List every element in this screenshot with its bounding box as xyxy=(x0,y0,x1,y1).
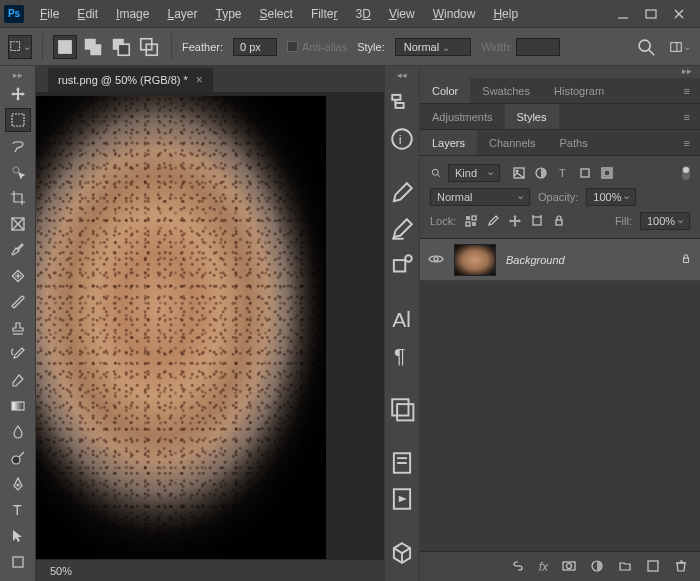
link-layers-icon[interactable] xyxy=(511,559,525,575)
menu-view[interactable]: View xyxy=(381,3,423,25)
fill-input[interactable]: 100% xyxy=(640,212,690,230)
selection-add-icon[interactable] xyxy=(81,35,105,59)
workspace-switcher-icon[interactable]: ⌄ xyxy=(668,35,692,59)
move-tool[interactable] xyxy=(5,82,31,106)
menu-file[interactable]: File xyxy=(32,3,67,25)
panel-menu-icon[interactable]: ≡ xyxy=(674,111,700,123)
tab-paths[interactable]: Paths xyxy=(548,130,600,155)
new-layer-icon[interactable] xyxy=(646,559,660,575)
brush-settings-panel-icon[interactable] xyxy=(389,216,415,242)
layer-list[interactable]: Background xyxy=(420,239,700,551)
properties-panel-icon[interactable]: i xyxy=(389,126,415,152)
dodge-tool[interactable] xyxy=(5,446,31,470)
menu-layer[interactable]: Layer xyxy=(159,3,205,25)
strip-expand[interactable]: ◂◂ xyxy=(385,70,419,80)
lasso-tool[interactable] xyxy=(5,134,31,158)
selection-intersect-icon[interactable] xyxy=(137,35,161,59)
tab-channels[interactable]: Channels xyxy=(477,130,547,155)
3d-panel-icon[interactable] xyxy=(389,540,415,566)
document-tab[interactable]: rust.png @ 50% (RGB/8) * × xyxy=(48,68,213,92)
maximize-button[interactable] xyxy=(644,7,658,21)
panel-menu-icon[interactable]: ≡ xyxy=(674,137,700,149)
group-icon[interactable] xyxy=(618,559,632,575)
style-select[interactable]: Normal ⌄ xyxy=(395,38,472,56)
menu-help[interactable]: Help xyxy=(485,3,526,25)
tab-styles[interactable]: Styles xyxy=(505,104,559,129)
tab-adjustments[interactable]: Adjustments xyxy=(420,104,505,129)
paragraph-panel-icon[interactable]: ¶ xyxy=(389,342,415,368)
panel-group-1-tabs: Color Swatches Histogram ≡ xyxy=(420,78,700,104)
layer-style-icon[interactable]: fx xyxy=(539,560,548,574)
filter-adjust-icon[interactable] xyxy=(534,166,548,180)
tool-preset-picker[interactable]: ⌄ xyxy=(8,35,32,59)
history-brush-tool[interactable] xyxy=(5,342,31,366)
filter-smart-icon[interactable] xyxy=(600,166,614,180)
search-icon[interactable] xyxy=(634,35,658,59)
close-button[interactable] xyxy=(672,7,686,21)
selection-subtract-icon[interactable] xyxy=(109,35,133,59)
tab-layers[interactable]: Layers xyxy=(420,130,477,155)
layer-name[interactable]: Background xyxy=(506,254,670,266)
layer-comps-panel-icon[interactable] xyxy=(389,396,415,422)
lock-position-icon[interactable] xyxy=(508,214,522,228)
path-select-tool[interactable] xyxy=(5,524,31,548)
lock-all-icon[interactable] xyxy=(552,214,566,228)
toolbar-expand[interactable]: ▸▸ xyxy=(0,70,35,80)
marquee-tool[interactable] xyxy=(5,108,31,132)
menu-3d[interactable]: 3D xyxy=(348,3,379,25)
zoom-level[interactable]: 50% xyxy=(50,565,72,577)
adjustment-layer-icon[interactable] xyxy=(590,559,604,575)
blend-mode-select[interactable]: Normal xyxy=(430,188,530,206)
gradient-tool[interactable] xyxy=(5,394,31,418)
opacity-input[interactable]: 100% xyxy=(586,188,636,206)
notes-panel-icon[interactable] xyxy=(389,450,415,476)
minimize-button[interactable] xyxy=(616,7,630,21)
menu-filter[interactable]: Filter xyxy=(303,3,346,25)
stamp-tool[interactable] xyxy=(5,316,31,340)
close-icon[interactable]: × xyxy=(196,73,203,87)
eyedropper-tool[interactable] xyxy=(5,238,31,262)
blur-tool[interactable] xyxy=(5,420,31,444)
filter-pixel-icon[interactable] xyxy=(512,166,526,180)
panel-menu-icon[interactable]: ≡ xyxy=(674,85,700,97)
shape-tool[interactable] xyxy=(5,550,31,574)
healing-tool[interactable] xyxy=(5,264,31,288)
clone-panel-icon[interactable] xyxy=(389,252,415,278)
layer-filter-select[interactable]: Kind xyxy=(448,164,500,182)
menu-window[interactable]: Window xyxy=(425,3,484,25)
menu-image[interactable]: Image xyxy=(108,3,157,25)
selection-new-icon[interactable] xyxy=(53,35,77,59)
lock-pixels-icon[interactable] xyxy=(464,214,478,228)
filter-type-icon[interactable]: T xyxy=(556,166,570,180)
lock-brush-icon[interactable] xyxy=(486,214,500,228)
brush-tool[interactable] xyxy=(5,290,31,314)
canvas-viewport[interactable] xyxy=(36,92,384,559)
history-panel-icon[interactable] xyxy=(389,90,415,116)
eraser-tool[interactable] xyxy=(5,368,31,392)
tab-histogram[interactable]: Histogram xyxy=(542,78,616,103)
filter-toggle[interactable] xyxy=(682,166,690,180)
crop-tool[interactable] xyxy=(5,186,31,210)
lock-icon[interactable] xyxy=(680,253,692,267)
layer-mask-icon[interactable] xyxy=(562,559,576,575)
menu-edit[interactable]: Edit xyxy=(69,3,106,25)
panels-collapse[interactable]: ▸▸ xyxy=(420,66,700,78)
menu-select[interactable]: Select xyxy=(252,3,301,25)
quick-select-tool[interactable] xyxy=(5,160,31,184)
lock-artboard-icon[interactable] xyxy=(530,214,544,228)
feather-input[interactable] xyxy=(233,38,277,56)
tab-color[interactable]: Color xyxy=(420,78,470,103)
type-tool[interactable]: T xyxy=(5,498,31,522)
character-panel-icon[interactable]: A xyxy=(389,306,415,332)
pen-tool[interactable] xyxy=(5,472,31,496)
actions-panel-icon[interactable] xyxy=(389,486,415,512)
layer-item[interactable]: Background xyxy=(420,239,700,281)
brushes-panel-icon[interactable] xyxy=(389,180,415,206)
filter-shape-icon[interactable] xyxy=(578,166,592,180)
visibility-icon[interactable] xyxy=(428,253,444,267)
frame-tool[interactable] xyxy=(5,212,31,236)
menu-type[interactable]: Type xyxy=(207,3,249,25)
delete-layer-icon[interactable] xyxy=(674,559,688,575)
layer-thumbnail[interactable] xyxy=(454,244,496,276)
tab-swatches[interactable]: Swatches xyxy=(470,78,542,103)
